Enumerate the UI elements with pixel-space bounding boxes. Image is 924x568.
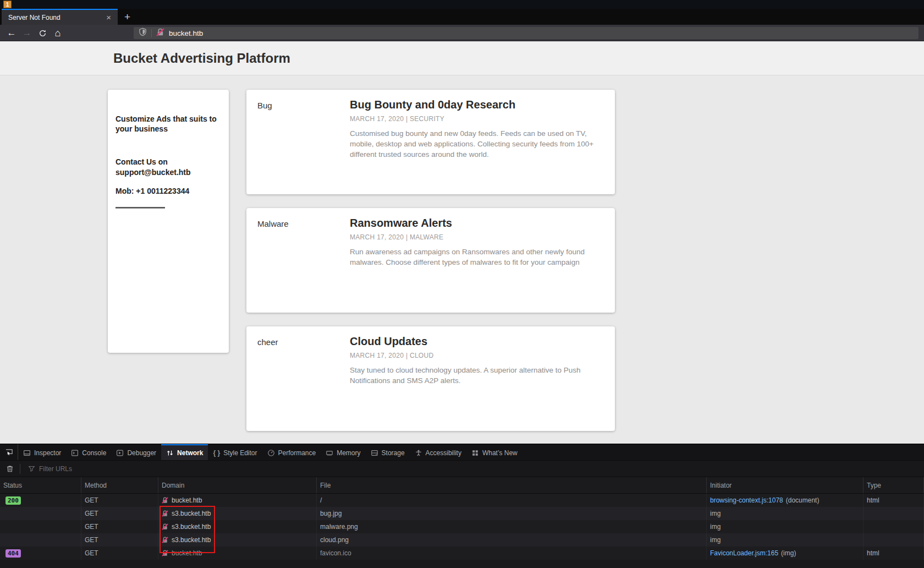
tab-accessibility[interactable]: Accessibility bbox=[410, 444, 466, 460]
workspace-badge[interactable]: 1 bbox=[3, 1, 12, 8]
status-badge: 200 bbox=[6, 496, 21, 505]
network-row[interactable]: 404 GET bucket.htb favicon.ico FaviconLo… bbox=[0, 547, 924, 560]
browser-tab-bar: Server Not Found × + bbox=[0, 9, 924, 25]
insecure-lock-icon bbox=[162, 550, 168, 556]
network-row[interactable]: GET s3.bucket.htb cloud.png img bbox=[0, 533, 924, 547]
browser-tab[interactable]: Server Not Found × bbox=[2, 9, 118, 25]
sidebar-card: Customize Ads that suits to your busines… bbox=[108, 90, 229, 353]
sidebar-divider bbox=[116, 207, 165, 209]
network-table-filler bbox=[0, 560, 924, 568]
filter-urls-input[interactable]: Filter URLs bbox=[28, 465, 72, 473]
devtools-panel: Inspector Console Debugger Network { } S… bbox=[0, 444, 924, 568]
column-initiator[interactable]: Initiator bbox=[707, 477, 864, 493]
tab-storage[interactable]: Storage bbox=[366, 444, 410, 460]
forward-icon[interactable]: → bbox=[20, 25, 34, 41]
status-badge: 404 bbox=[6, 549, 21, 558]
filter-placeholder: Filter URLs bbox=[39, 465, 72, 473]
home-icon[interactable]: ⌂ bbox=[51, 25, 65, 41]
column-method[interactable]: Method bbox=[81, 477, 158, 493]
insecure-lock-icon bbox=[162, 537, 168, 543]
ad-card-security: Bug Bug Bounty and 0day Research MARCH 1… bbox=[246, 90, 615, 194]
ad-body: Customised bug bounty and new 0day feeds… bbox=[350, 129, 598, 160]
clear-requests-icon[interactable] bbox=[0, 465, 20, 473]
column-domain[interactable]: Domain bbox=[158, 477, 317, 493]
insecure-lock-icon bbox=[162, 497, 168, 504]
tab-debugger[interactable]: Debugger bbox=[111, 444, 161, 460]
page-body: Customize Ads that suits to your busines… bbox=[0, 76, 924, 444]
url-separator bbox=[151, 29, 152, 37]
ad-card-malware: Malware Ransomware Alerts MARCH 17, 2020… bbox=[246, 208, 615, 313]
tab-inspector[interactable]: Inspector bbox=[18, 444, 66, 460]
ad-body: Stay tuned to cloud technology updates. … bbox=[350, 365, 598, 386]
page-title: Bucket Advertising Platform bbox=[113, 51, 290, 66]
tab-close-icon[interactable]: × bbox=[104, 12, 113, 23]
url-bar[interactable]: bucket.htb bbox=[134, 27, 919, 39]
sidebar-contact: Contact Us on support@bucket.htb bbox=[116, 157, 220, 177]
devtools-filter-row: Filter URLs bbox=[0, 461, 924, 477]
sidebar-mobile: Mob: +1 0011223344 bbox=[116, 186, 220, 196]
filter-separator bbox=[20, 464, 20, 474]
shield-icon[interactable] bbox=[139, 28, 147, 39]
column-file[interactable]: File bbox=[317, 477, 707, 493]
site-header: Bucket Advertising Platform bbox=[0, 42, 924, 75]
network-row[interactable]: 200 GET bucket.htb / browsing-context.js… bbox=[0, 494, 924, 507]
initiator-link[interactable]: FaviconLoader.jsm:165 bbox=[710, 549, 778, 557]
ad-title: Ransomware Alerts bbox=[350, 216, 598, 230]
reload-icon[interactable] bbox=[35, 25, 50, 41]
network-row[interactable]: GET s3.bucket.htb bug.jpg img bbox=[0, 507, 924, 520]
tab-title: Server Not Found bbox=[8, 14, 104, 21]
tab-memory[interactable]: Memory bbox=[321, 444, 365, 460]
ad-title: Bug Bounty and 0day Research bbox=[350, 97, 598, 111]
tab-console[interactable]: Console bbox=[66, 444, 111, 460]
back-icon[interactable]: ← bbox=[4, 25, 19, 41]
ad-card-cloud: cheer Cloud Updates MARCH 17, 2020 | CLO… bbox=[246, 326, 615, 431]
broken-image-alt: Bug bbox=[257, 97, 350, 187]
insecure-lock-icon bbox=[162, 523, 168, 530]
ad-meta: MARCH 17, 2020 | MALWARE bbox=[350, 233, 598, 241]
broken-image-alt: cheer bbox=[257, 334, 350, 423]
ad-meta: MARCH 17, 2020 | CLOUD bbox=[350, 352, 598, 359]
column-type[interactable]: Type bbox=[864, 477, 924, 493]
broken-image-alt: Malware bbox=[257, 216, 350, 305]
tab-network[interactable]: Network bbox=[161, 444, 208, 460]
braces-icon: { } bbox=[213, 449, 220, 457]
nav-toolbar: ← → ⌂ bucket.htb bbox=[0, 25, 924, 41]
ad-meta: MARCH 17, 2020 | SECURITY bbox=[350, 115, 598, 123]
tab-style-editor[interactable]: { } Style Editor bbox=[208, 444, 262, 460]
insecure-lock-icon[interactable] bbox=[156, 28, 164, 39]
column-status[interactable]: Status bbox=[0, 477, 81, 493]
ad-title: Cloud Updates bbox=[350, 334, 598, 348]
url-text: bucket.htb bbox=[169, 29, 203, 37]
workspace-bar: 1 bbox=[0, 0, 924, 9]
network-table-header: Status Method Domain File Initiator Type bbox=[0, 477, 924, 494]
insecure-lock-icon bbox=[162, 510, 168, 517]
screen: 1 Server Not Found × + ← → ⌂ bucket.htb … bbox=[0, 0, 924, 568]
element-picker-icon[interactable] bbox=[0, 444, 18, 460]
network-row[interactable]: GET s3.bucket.htb malware.png img bbox=[0, 520, 924, 533]
new-tab-button[interactable]: + bbox=[118, 9, 137, 25]
sidebar-heading: Customize Ads that suits to your busines… bbox=[116, 114, 220, 134]
initiator-link[interactable]: browsing-context.js:1078 bbox=[710, 496, 783, 504]
tab-performance[interactable]: Performance bbox=[262, 444, 321, 460]
ad-body: Run awareness ad campaigns on Ransomware… bbox=[350, 247, 598, 268]
tab-whats-new[interactable]: What’s New bbox=[466, 444, 522, 460]
devtools-tabbar: Inspector Console Debugger Network { } S… bbox=[0, 444, 924, 461]
